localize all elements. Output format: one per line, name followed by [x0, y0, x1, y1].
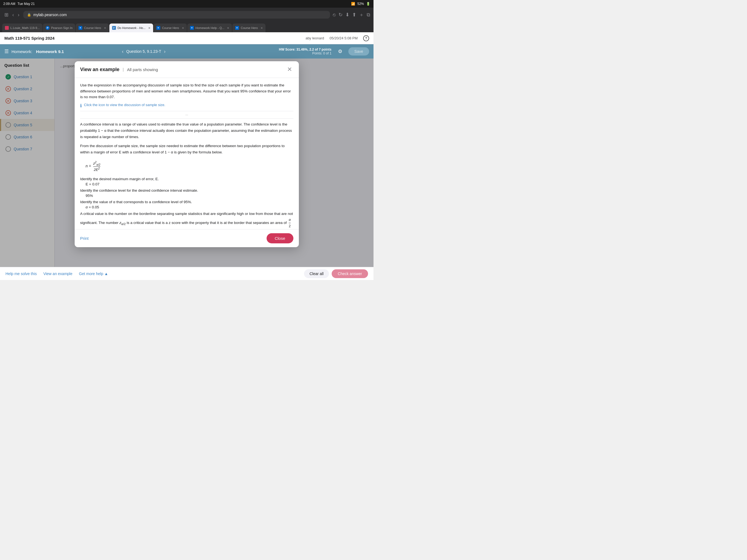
get-more-help-arrow: ▲: [104, 272, 108, 276]
current-question: Question 5, 9.1.23-T: [126, 49, 161, 54]
tab-5-label: Course Hero: [162, 26, 179, 29]
url-text: mylab.pearson.com: [33, 12, 67, 17]
tabs-icon[interactable]: ⧉: [367, 12, 370, 18]
page-header: Math 119-571 Spring 2024 aby leonard 05/…: [0, 32, 374, 44]
page-title: Math 119-571 Spring 2024: [4, 36, 54, 41]
homework-bar: ☰ Homework: Homework 9.1 ‹ Question 5, 9…: [0, 44, 374, 58]
date-time: 05/20/24 5:08 PM: [330, 36, 358, 40]
formula-n: n =: [85, 164, 92, 168]
tab-6[interactable]: ✦ Homework Help - Q... ✕: [187, 24, 232, 32]
tab-4-close[interactable]: ✕: [148, 27, 150, 29]
add-tab-icon[interactable]: ＋: [359, 11, 364, 18]
dialog-overlay: View an example | All parts showing ✕ Us…: [0, 58, 374, 267]
get-more-help-label: Get more help: [79, 272, 103, 276]
view-an-example-link[interactable]: View an example: [43, 272, 72, 276]
upload-icon[interactable]: ⬆: [352, 12, 356, 18]
explanation-para3: A critical value is the number on the bo…: [80, 211, 293, 229]
tab-7-close[interactable]: ✕: [261, 27, 263, 29]
formula-fraction: z2α/2 2E2: [93, 161, 100, 172]
prev-question-button[interactable]: ‹: [122, 49, 124, 54]
tabs-bar: L.Louie_Math 119-9... P Pearson Sign In …: [0, 22, 374, 32]
dialog-header: View an example | All parts showing ✕: [75, 61, 299, 78]
problem-statement: Use the expression in the accompanying d…: [80, 82, 293, 100]
hw-label: Homework:: [11, 49, 32, 54]
date: Tue May 21: [18, 2, 35, 6]
tab-3-label: Course Hero: [84, 26, 101, 29]
step1-label: Identify the desired maximum margin of e…: [80, 177, 293, 181]
get-more-help-link[interactable]: Get more help ▲: [79, 272, 108, 276]
wifi-icon: 📶: [351, 2, 355, 6]
hw-score: HW Score: 31.46%, 2.2 of 7 points: [279, 48, 331, 51]
dialog-title: View an example: [80, 67, 120, 73]
explanation-para1: A confidence interval is a range of valu…: [80, 121, 293, 140]
time: 2:09 AM: [3, 2, 15, 6]
battery-percent: 52%: [357, 2, 364, 6]
tab-2[interactable]: P Pearson Sign In: [43, 24, 75, 32]
dialog-separator: |: [123, 67, 124, 72]
view-example-dialog: View an example | All parts showing ✕ Us…: [75, 61, 299, 247]
info-box: ℹ Click the icon to view the discussion …: [80, 103, 293, 108]
tab-1-label: L.Louie_Math 119-9...: [10, 26, 40, 29]
status-bar: 2:09 AM Tue May 21 📶 52% 🔋: [0, 0, 374, 8]
status-right: 📶 52% 🔋: [351, 2, 370, 6]
dialog-close-button[interactable]: ✕: [286, 66, 293, 73]
hw-name: Homework 9.1: [36, 49, 64, 54]
divider-dots: ···: [80, 111, 293, 119]
user-name: aby leonard: [305, 36, 324, 40]
tab-3[interactable]: ✦ Course Hero ✕: [76, 24, 108, 32]
sidebar-toggle-button[interactable]: ⊞: [3, 11, 9, 19]
battery-icon: 🔋: [366, 2, 370, 6]
tab-5-close[interactable]: ✕: [182, 27, 184, 29]
tab-7[interactable]: ✦ Course Hero ✕: [232, 24, 265, 32]
address-bar[interactable]: 🔒 mylab.pearson.com: [23, 11, 330, 19]
menu-icon[interactable]: ☰: [4, 48, 9, 54]
print-button[interactable]: Print: [80, 236, 88, 240]
dialog-footer: Print Close: [75, 229, 299, 247]
reload-icon[interactable]: ↻: [338, 12, 343, 18]
hw-points: Points: 0 of 1: [312, 51, 331, 55]
tab-6-close[interactable]: ✕: [227, 27, 229, 29]
next-question-button[interactable]: ›: [164, 49, 165, 54]
explanation-para2: From the discussion of sample size, the …: [80, 143, 293, 156]
main-area: Question list ✓ Question 1 ✕ Question 2 …: [0, 58, 374, 267]
info-icon: ℹ: [80, 103, 82, 108]
help-me-solve-link[interactable]: Help me solve this: [5, 272, 36, 276]
tab-5[interactable]: ✦ Course Hero ✕: [154, 24, 186, 32]
browser-actions: ⎋ ↻ ⬇ ⬆ ＋ ⧉: [333, 11, 370, 18]
formula-numerator: z2α/2: [93, 161, 100, 167]
clear-all-button[interactable]: Clear all: [304, 269, 329, 278]
tab-1[interactable]: L.Louie_Math 119-9...: [2, 24, 42, 32]
status-left: 2:09 AM Tue May 21: [3, 2, 35, 6]
tab-4-label: Do Homework - Ho...: [118, 26, 146, 29]
info-text: Click the icon to view the discussion of…: [84, 103, 165, 107]
back-button[interactable]: ‹: [11, 11, 15, 19]
hw-nav: ‹ Question 5, 9.1.23-T ›: [122, 49, 166, 54]
bottom-bar: Help me solve this View an example Get m…: [0, 267, 374, 280]
formula-denominator: 2E2: [94, 167, 100, 172]
formula-block: n = z2α/2 2E2: [80, 158, 293, 175]
tab-3-close[interactable]: ✕: [104, 27, 106, 29]
share-icon[interactable]: ⎋: [333, 12, 336, 18]
page-header-right: aby leonard 05/20/24 5:08 PM ?: [305, 35, 369, 41]
dialog-subtitle: All parts showing: [127, 67, 158, 72]
tab-6-label: Homework Help - Q...: [196, 26, 225, 29]
nav-buttons: ⊞ ‹ ›: [3, 11, 21, 19]
save-button[interactable]: Save: [349, 47, 369, 55]
settings-icon[interactable]: ⚙: [338, 48, 342, 54]
lock-icon: 🔒: [27, 13, 31, 17]
download-icon[interactable]: ⬇: [345, 12, 350, 18]
step2-value: 95%: [85, 194, 293, 198]
browser-chrome: ⊞ ‹ › 🔒 mylab.pearson.com ⎋ ↻ ⬇ ⬆ ＋ ⧉: [0, 8, 374, 22]
step1-value: E = 0.07: [85, 182, 293, 186]
step3-value: α = 0.05: [85, 205, 293, 209]
step3-label: Identify the value of α that corresponds…: [80, 200, 293, 204]
step2-label: Identify the confidence level for the de…: [80, 188, 293, 193]
check-answer-button[interactable]: Check answer: [332, 269, 368, 278]
tab-4[interactable]: P Do Homework - Ho... ✕: [109, 24, 153, 32]
dialog-body[interactable]: Use the expression in the accompanying d…: [75, 78, 299, 229]
tab-7-label: Course Hero: [241, 26, 258, 29]
close-button[interactable]: Close: [266, 233, 293, 244]
help-icon[interactable]: ?: [363, 35, 369, 41]
tab-2-label: Pearson Sign In: [51, 26, 73, 29]
forward-button[interactable]: ›: [17, 11, 21, 19]
